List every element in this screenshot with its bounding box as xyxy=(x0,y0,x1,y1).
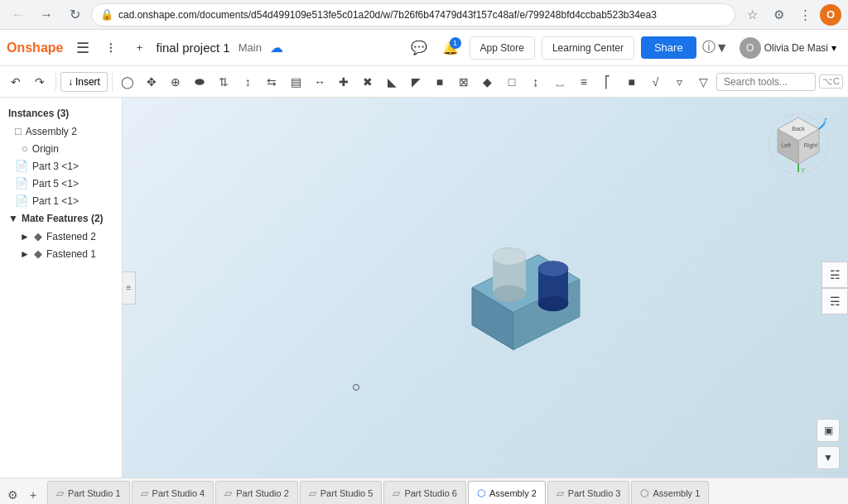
tab-settings-button[interactable]: ⚙ xyxy=(3,486,22,504)
app-header: Onshape ☰ ⁝ + final project 1 Main ☁ 💬 🔔… xyxy=(0,30,848,66)
sidebar-item-part1[interactable]: 📄 Part 1 <1> xyxy=(0,192,122,209)
tool-12[interactable]: ◣ xyxy=(381,70,403,94)
profile-button[interactable]: O xyxy=(820,4,841,26)
tool-15[interactable]: ⊠ xyxy=(452,70,475,94)
tab-add-button[interactable]: + xyxy=(24,486,42,504)
toolbar-divider-1 xyxy=(55,73,56,91)
right-panel: ☵ ☴ xyxy=(822,262,848,314)
tool-13[interactable]: ◤ xyxy=(405,70,427,94)
svg-point-9 xyxy=(493,247,526,264)
tool-6[interactable]: ↕ xyxy=(237,70,259,94)
right-panel-btn-2[interactable]: ☴ xyxy=(822,288,848,314)
grid-icon[interactable]: ⁝ xyxy=(99,36,123,60)
address-bar[interactable]: 🔒 cad.onshape.com/documents/d54d499109e5… xyxy=(91,3,735,26)
redo-tool[interactable]: ↷ xyxy=(29,70,51,94)
tab-label-part-studio-2: Part Studio 2 xyxy=(236,488,289,498)
tab-assembly-2[interactable]: ⬡Assembly 2 xyxy=(468,481,546,504)
expand-arrow-2: ► xyxy=(20,231,30,242)
sidebar-item-fastened1[interactable]: ► ◆ Fastened 1 xyxy=(0,245,122,262)
tool-3[interactable]: ⊕ xyxy=(165,70,187,94)
tool-2[interactable]: ✥ xyxy=(141,70,163,94)
url-text: cad.onshape.com/documents/d54d499109e513… xyxy=(118,9,726,21)
view-button-1[interactable]: ▣ xyxy=(817,419,840,442)
right-panel-btn-1[interactable]: ☵ xyxy=(822,262,848,288)
svg-text:Y: Y xyxy=(801,166,806,174)
menu-button[interactable]: ⋮ xyxy=(793,3,817,26)
svg-text:Back: Back xyxy=(792,126,805,132)
tab-icon-part-studio-6: ▱ xyxy=(393,487,400,499)
svg-text:Left: Left xyxy=(781,142,791,148)
tool-4[interactable]: ⬬ xyxy=(189,70,211,94)
tab-part-studio-2[interactable]: ▱Part Studio 2 xyxy=(215,481,298,504)
tool-20[interactable]: ≡ xyxy=(572,70,595,94)
svg-text:Z: Z xyxy=(823,117,827,124)
tool-16[interactable]: ◆ xyxy=(476,70,499,94)
back-button[interactable]: ← xyxy=(7,3,30,26)
help-icon: ⓘ xyxy=(702,39,716,56)
tool-23[interactable]: √ xyxy=(644,70,667,94)
tab-label-part-studio-6: Part Studio 6 xyxy=(404,488,457,498)
insert-button[interactable]: ↓ Insert xyxy=(60,72,108,92)
app-store-button[interactable]: App Store xyxy=(470,36,535,60)
browser-chrome: ← → ↻ 🔒 cad.onshape.com/documents/d54d49… xyxy=(0,0,848,30)
onshape-logo[interactable]: Onshape xyxy=(7,41,63,55)
tool-14[interactable]: ■ xyxy=(428,70,450,94)
tool-19[interactable]: ⎵ xyxy=(548,70,571,94)
tab-part-studio-3[interactable]: ▱Part Studio 3 xyxy=(547,481,630,504)
lock-icon: 🔒 xyxy=(100,8,113,21)
tool-24[interactable]: ▿ xyxy=(668,70,691,94)
learning-center-button[interactable]: Learning Center xyxy=(542,36,634,60)
mate-features-header[interactable]: ▼ Mate Features (2) xyxy=(0,209,122,228)
tool-21[interactable]: ⎡ xyxy=(596,70,619,94)
reload-button[interactable]: ↻ xyxy=(63,3,86,26)
sidebar-item-part3[interactable]: 📄 Part 3 <1> xyxy=(0,157,122,175)
tab-part-studio-1[interactable]: ▱Part Studio 1 xyxy=(47,481,130,504)
tab-part-studio-4[interactable]: ▱Part Studio 4 xyxy=(132,481,214,504)
user-menu[interactable]: O Olivia De Masi ▾ xyxy=(735,34,841,62)
tab-assembly-1[interactable]: ⬡Assembly 1 xyxy=(631,481,709,504)
share-button[interactable]: Share xyxy=(641,36,696,59)
part1-label: Part 1 <1> xyxy=(32,195,79,207)
select-tool[interactable]: ↶ xyxy=(5,70,27,94)
expand-arrow-1: ► xyxy=(20,248,30,260)
chat-icon[interactable]: 💬 xyxy=(407,36,431,60)
sidebar-collapse-button[interactable]: ≡ xyxy=(123,271,136,305)
doc-branch: Main xyxy=(238,41,262,54)
sidebar-item-assembly2[interactable]: □ Assembly 2 xyxy=(0,122,122,140)
sidebar-item-origin[interactable]: ○ Origin xyxy=(0,140,122,157)
viewport[interactable]: Back Right Left Y Z ▣ ▼ ☵ ☴ xyxy=(123,98,848,478)
svg-point-15 xyxy=(538,295,568,310)
extensions-button[interactable]: ⚙ xyxy=(767,3,790,26)
hamburger-menu[interactable]: ☰ xyxy=(71,36,94,60)
forward-button[interactable]: → xyxy=(35,3,58,26)
search-tools-input[interactable] xyxy=(716,73,816,91)
instances-header[interactable]: Instances (3) xyxy=(0,104,122,122)
orientation-cube[interactable]: Back Right Left Y Z xyxy=(765,111,831,177)
tool-22[interactable]: ■ xyxy=(620,70,643,94)
tab-bar: ⚙ + ▱Part Studio 1▱Part Studio 4▱Part St… xyxy=(0,478,848,504)
sidebar-item-part5[interactable]: 📄 Part 5 <1> xyxy=(0,175,122,192)
insert-label: Insert xyxy=(75,76,100,88)
user-name: Olivia De Masi xyxy=(764,42,828,54)
tool-10[interactable]: ✚ xyxy=(333,70,355,94)
tool-18[interactable]: ↨ xyxy=(524,70,547,94)
cursor-icon[interactable]: + xyxy=(128,36,151,60)
tab-part-studio-6[interactable]: ▱Part Studio 6 xyxy=(383,481,466,504)
part3-label: Part 3 <1> xyxy=(32,161,79,172)
sidebar-item-fastened2[interactable]: ► ◆ Fastened 2 xyxy=(0,228,122,245)
notification-button[interactable]: 🔔 1 xyxy=(438,36,463,60)
tool-25[interactable]: ▽ xyxy=(692,70,715,94)
tool-8[interactable]: ▤ xyxy=(285,70,307,94)
tool-11[interactable]: ✖ xyxy=(357,70,379,94)
doc-title: final project 1 xyxy=(156,41,229,55)
tool-1[interactable]: ◯ xyxy=(117,70,139,94)
tool-7[interactable]: ⇆ xyxy=(261,70,283,94)
bookmark-button[interactable]: ☆ xyxy=(740,3,764,26)
assembly-icon: □ xyxy=(15,125,22,137)
help-button[interactable]: ⓘ ▼ xyxy=(703,36,728,60)
tool-17[interactable]: □ xyxy=(500,70,523,94)
tool-5[interactable]: ⇅ xyxy=(213,70,235,94)
tab-part-studio-5[interactable]: ▱Part Studio 5 xyxy=(300,481,383,504)
view-button-2[interactable]: ▼ xyxy=(817,446,840,469)
tool-9[interactable]: ↔ xyxy=(309,70,331,94)
